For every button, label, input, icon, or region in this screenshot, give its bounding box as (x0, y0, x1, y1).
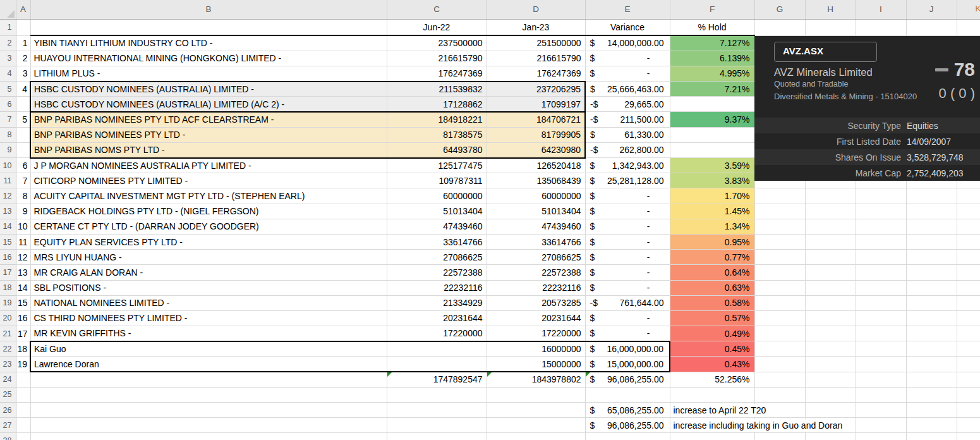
cell-F24[interactable]: 52.256% (670, 372, 754, 387)
cell-E25[interactable] (585, 387, 670, 402)
cell-D6[interactable]: 17099197 (487, 97, 585, 112)
cell-E22[interactable]: $16,000,000.00 (585, 341, 670, 357)
col-header-I[interactable]: I (856, 0, 906, 19)
cell-G16[interactable] (754, 250, 805, 265)
cell-J28[interactable] (906, 433, 957, 440)
cell-D25[interactable] (487, 387, 585, 402)
row-header-14[interactable]: 14 (0, 219, 16, 234)
cell-B18[interactable]: SBL POSITIONS - (30, 280, 387, 295)
row-header-25[interactable]: 25 (0, 387, 16, 402)
cell-D8[interactable]: 81799905 (487, 127, 585, 142)
cell-G15[interactable] (754, 234, 805, 249)
cell-B7[interactable]: BNP PARIBAS NOMINEES PTY LTD ACF CLEARST… (30, 112, 387, 127)
cell-C1[interactable]: Jun-22 (387, 19, 487, 35)
cell-D28[interactable] (487, 433, 585, 440)
cell-C26[interactable] (387, 403, 487, 418)
row-header-26[interactable]: 26 (0, 403, 16, 418)
cell-D13[interactable]: 51013404 (487, 204, 585, 219)
cell-F11[interactable]: 3.83% (670, 173, 754, 188)
cell-F18[interactable]: 0.63% (670, 280, 754, 295)
cell-C8[interactable]: 81738575 (387, 127, 487, 142)
row-header-15[interactable]: 15 (0, 234, 16, 249)
cell-F17[interactable]: 0.64% (670, 265, 754, 280)
cell-I24[interactable] (856, 372, 906, 387)
cell-K20[interactable] (957, 310, 980, 326)
cell-B24[interactable] (30, 372, 387, 387)
cell-D14[interactable]: 47439460 (487, 219, 585, 234)
cell-A22[interactable]: 18 (16, 341, 30, 357)
cell-G12[interactable] (754, 188, 805, 204)
cell-E18[interactable]: $- (585, 280, 670, 295)
cell-E20[interactable]: $- (585, 310, 670, 326)
cell-G18[interactable] (754, 280, 805, 295)
cell-I16[interactable] (856, 250, 906, 265)
cell-I1[interactable] (856, 19, 906, 35)
cell-E6[interactable]: -$29,665.00 (585, 97, 670, 112)
row-header-3[interactable]: 3 (0, 51, 16, 66)
cell-C3[interactable]: 216615790 (387, 51, 487, 66)
col-header-B[interactable]: B (30, 0, 387, 19)
cell-C7[interactable]: 184918221 (387, 112, 487, 127)
cell-H12[interactable] (805, 188, 856, 204)
row-header-17[interactable]: 17 (0, 265, 16, 280)
cell-J13[interactable] (906, 204, 957, 219)
cell-F28[interactable] (670, 433, 754, 440)
cell-E10[interactable]: $1,342,943.00 (585, 158, 670, 173)
cell-H1[interactable] (805, 19, 856, 35)
cell-J12[interactable] (906, 188, 957, 204)
cell-A12[interactable]: 8 (16, 188, 30, 204)
cell-F2[interactable]: 7.127% (670, 35, 754, 51)
cell-K22[interactable] (957, 341, 980, 357)
cell-C10[interactable]: 125177475 (387, 158, 487, 173)
cell-E9[interactable]: -$262,800.00 (585, 142, 670, 157)
cell-F21[interactable]: 0.49% (670, 326, 754, 341)
cell-J1[interactable] (906, 19, 957, 35)
cell-D4[interactable]: 176247369 (487, 66, 585, 81)
cell-F26[interactable]: increase to April 22 T20 (670, 403, 754, 418)
cell-C9[interactable]: 64493780 (387, 142, 487, 157)
cell-F5[interactable]: 7.21% (670, 82, 754, 97)
cell-B20[interactable]: CS THIRD NOMINEES PTY LIMITED - (30, 310, 387, 326)
cell-A15[interactable]: 11 (16, 234, 30, 249)
cell-A8[interactable] (16, 127, 30, 142)
cell-K18[interactable] (957, 280, 980, 295)
select-all-corner[interactable] (0, 0, 16, 19)
cell-E26[interactable]: $65,086,255.00 (585, 403, 670, 418)
cell-G17[interactable] (754, 265, 805, 280)
cell-G1[interactable] (754, 19, 805, 35)
row-header-20[interactable]: 20 (0, 310, 16, 326)
cell-K13[interactable] (957, 204, 980, 219)
cell-C11[interactable]: 109787311 (387, 173, 487, 188)
cell-D22[interactable]: 16000000 (487, 341, 585, 357)
cell-I23[interactable] (856, 357, 906, 372)
cell-E24[interactable]: $96,086,255.00 (585, 372, 670, 387)
cell-D15[interactable]: 33614766 (487, 234, 585, 249)
cell-C27[interactable] (387, 418, 487, 433)
cell-K17[interactable] (957, 265, 980, 280)
cell-D18[interactable]: 22232116 (487, 280, 585, 295)
cell-C14[interactable]: 47439460 (387, 219, 487, 234)
cell-D12[interactable]: 60000000 (487, 188, 585, 204)
cell-C19[interactable]: 21334929 (387, 295, 487, 310)
cell-B21[interactable]: MR KEVIN GRIFFITHS - (30, 326, 387, 341)
cell-J25[interactable] (906, 387, 957, 402)
cell-E3[interactable]: $- (585, 51, 670, 66)
cell-F3[interactable]: 6.139% (670, 51, 754, 66)
cell-A24[interactable] (16, 372, 30, 387)
cell-I19[interactable] (856, 295, 906, 310)
cell-A20[interactable]: 16 (16, 310, 30, 326)
cell-J18[interactable] (906, 280, 957, 295)
cell-A26[interactable] (16, 403, 30, 418)
cell-A14[interactable]: 10 (16, 219, 30, 234)
cell-G19[interactable] (754, 295, 805, 310)
cell-F9[interactable] (670, 142, 754, 157)
cell-B13[interactable]: RIDGEBACK HOLDINGS PTY LTD - (NIGEL FERG… (30, 204, 387, 219)
cell-I13[interactable] (856, 204, 906, 219)
cell-I28[interactable] (856, 433, 906, 440)
cell-C13[interactable]: 51013404 (387, 204, 487, 219)
cell-C23[interactable] (387, 357, 487, 372)
cell-I17[interactable] (856, 265, 906, 280)
cell-A21[interactable]: 17 (16, 326, 30, 341)
cell-B11[interactable]: CITICORP NOMINEES PTY LIMITED - (30, 173, 387, 188)
cell-K1[interactable] (957, 19, 980, 35)
